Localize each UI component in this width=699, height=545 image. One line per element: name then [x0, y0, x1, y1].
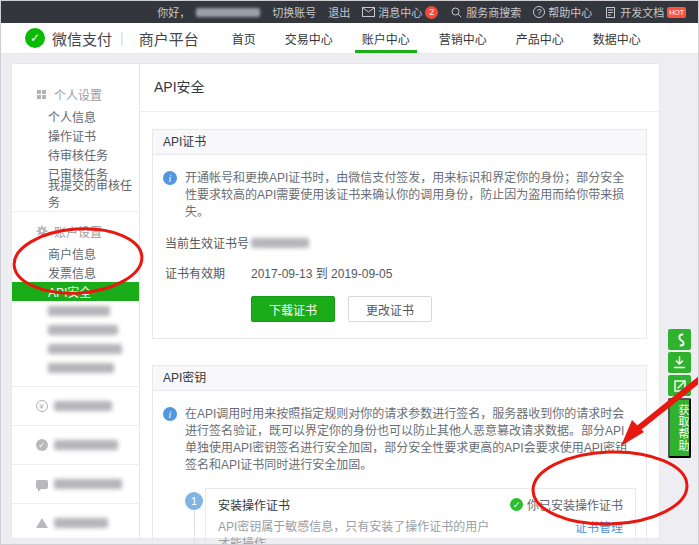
sidebar-divider	[12, 386, 139, 387]
step-1-desc: API密钥属于敏感信息，只有安装了操作证书的用户才能操作	[218, 517, 500, 545]
download-cert-button[interactable]: 下载证书	[251, 296, 335, 322]
sidebar-item-pending-tasks[interactable]: 待审核任务	[12, 145, 139, 164]
hot-badge: HOT	[667, 7, 686, 18]
redacted-text	[54, 440, 118, 450]
sidebar-item-invoice-info[interactable]: 发票信息	[12, 263, 139, 282]
message-center-link[interactable]: 消息中心 2	[362, 4, 438, 20]
cert-validity-row: 证书有效期 2017-09-13 到 2019-09-05	[163, 264, 636, 281]
download-icon[interactable]	[668, 352, 691, 373]
page-title: API安全	[152, 64, 647, 111]
api-key-card: API密钥 i 在API调用时用来按照指定规则对你的请求参数进行签名，服务器收到…	[152, 365, 647, 545]
currency-icon: ¥	[35, 400, 48, 412]
dev-docs-link[interactable]: 开发文档 HOT	[604, 4, 686, 20]
help-center-link[interactable]: ? 帮助中心	[533, 4, 592, 20]
search-icon	[450, 7, 463, 18]
api-cert-card-body: i 开通帐号和更换API证书时，由微信支付签发，用来标识和界定你的身份；部分安全…	[153, 155, 646, 338]
title-divider	[140, 111, 659, 112]
warning-icon	[35, 518, 48, 528]
sidebar-section-verified[interactable]: ✓	[12, 435, 139, 455]
cert-number-row: 当前生效证书号	[163, 234, 636, 251]
sidebar-item-personal-info[interactable]: 个人信息	[12, 107, 139, 126]
account-group: 你好，	[157, 4, 260, 20]
steps: 1 安装操作证书 API密钥属于敏感信息，只有安装了操作证书的用户才能操作 ✓ …	[163, 488, 636, 545]
envelope-icon	[362, 7, 375, 17]
nav-home[interactable]: 首页	[229, 23, 259, 53]
brand-separator: |	[120, 30, 124, 46]
sidebar-item-redacted[interactable]	[12, 339, 139, 358]
floating-toolbar: 获取帮助	[668, 329, 691, 458]
main-nav: 首页 交易中心 账户中心 营销中心 产品中心 数据中心	[229, 23, 644, 53]
cert-installed-status: ✓ 你已安装操作证书	[510, 496, 623, 513]
comment-icon	[35, 480, 48, 489]
step-1-marker: 1	[163, 488, 205, 545]
redacted-text	[54, 518, 108, 528]
get-help-button[interactable]: 获取帮助	[668, 398, 691, 458]
sidebar-section-warning[interactable]	[12, 513, 139, 533]
logout-link[interactable]: 退出	[328, 4, 350, 20]
cert-validity-value: 2017-09-13 到 2019-09-05	[251, 264, 392, 281]
step-1-title: 安装操作证书	[218, 496, 500, 513]
nav-trade-center[interactable]: 交易中心	[282, 23, 336, 53]
sidebar-section-account: 账户设置	[12, 221, 139, 241]
brand[interactable]: ✓ 微信支付 | 商户平台	[25, 28, 199, 49]
sidebar-item-redacted[interactable]	[12, 358, 139, 377]
step-1-box: 安装操作证书 API密钥属于敏感信息，只有安装了操作证书的用户才能操作 ✓ 你已…	[205, 488, 636, 545]
topbar: 你好， 切换账号 退出 消息中心 2 服务商搜索 ? 帮助中心 开发文档	[1, 1, 698, 23]
sidebar-item-merchant-info[interactable]: 商户信息	[12, 244, 139, 263]
sidebar-divider	[12, 464, 139, 465]
api-cert-card: API证书 i 开通帐号和更换API证书时，由微信支付签发，用来标识和界定你的身…	[152, 129, 647, 339]
cert-validity-label: 证书有效期	[165, 264, 251, 281]
phone-icon[interactable]	[668, 329, 691, 350]
check-circle-icon: ✓	[35, 439, 48, 451]
sidebar-divider	[12, 503, 139, 504]
info-icon: i	[163, 407, 177, 421]
nav-product-center[interactable]: 产品中心	[513, 23, 567, 53]
step-1-side: ✓ 你已安装操作证书 证书管理	[510, 496, 623, 545]
redacted-text	[54, 401, 112, 411]
message-count-badge: 2	[425, 6, 438, 19]
change-cert-button[interactable]: 更改证书	[348, 296, 432, 322]
redacted-text	[54, 479, 122, 489]
step-1-main: 安装操作证书 API密钥属于敏感信息，只有安装了操作证书的用户才能操作	[218, 496, 500, 545]
document-icon	[604, 7, 617, 18]
edit-icon[interactable]	[668, 375, 691, 396]
nav-data-center[interactable]: 数据中心	[590, 23, 644, 53]
step-1-number: 1	[185, 492, 203, 510]
cert-manage-link[interactable]: 证书管理	[575, 518, 623, 535]
sidebar-section-funds[interactable]: ¥	[12, 396, 139, 416]
grid-icon	[35, 90, 48, 99]
key-info-text: 在API调用时用来按照指定规则对你的请求参数进行签名，服务器收到你的请求时会进行…	[185, 406, 636, 474]
gear-icon	[35, 225, 48, 237]
wechat-pay-logo-icon: ✓	[25, 28, 45, 48]
cert-info-text: 开通帐号和更换API证书时，由微信支付签发，用来标识和界定你的身份；部分安全性要…	[185, 170, 636, 221]
step-1: 1 安装操作证书 API密钥属于敏感信息，只有安装了操作证书的用户才能操作 ✓ …	[163, 488, 636, 545]
info-icon: i	[163, 171, 177, 185]
main-content: API安全 API证书 i 开通帐号和更换API证书时，由微信支付签发，用来标识…	[140, 63, 660, 539]
sidebar-divider	[12, 425, 139, 426]
sidebar-section-feedback[interactable]	[12, 474, 139, 494]
nav-marketing-center[interactable]: 营销中心	[436, 23, 490, 53]
cert-info-row: i 开通帐号和更换API证书时，由微信支付签发，用来标识和界定你的身份；部分安全…	[163, 170, 636, 221]
greeting-text: 你好，	[157, 4, 190, 20]
cert-buttons: 下载证书 更改证书	[251, 296, 636, 322]
sidebar-item-redacted[interactable]	[12, 301, 139, 320]
portal-name: 商户平台	[139, 28, 199, 49]
account-redacted	[196, 8, 260, 17]
sp-search-link[interactable]: 服务商搜索	[450, 4, 521, 20]
sidebar: 个人设置 个人信息 操作证书 待审核任务 已审核任务 我提交的审核任务 账户设置…	[11, 63, 140, 539]
sidebar-item-api-security[interactable]: API安全	[12, 282, 139, 301]
success-check-icon: ✓	[510, 498, 523, 511]
sidebar-divider	[12, 211, 139, 212]
brand-name: 微信支付	[52, 28, 112, 49]
switch-account-link[interactable]: 切换账号	[272, 4, 316, 20]
cert-number-redacted	[251, 238, 309, 248]
sidebar-item-my-submitted-tasks[interactable]: 我提交的审核任务	[12, 183, 139, 202]
page: 你好， 切换账号 退出 消息中心 2 服务商搜索 ? 帮助中心 开发文档	[0, 0, 699, 545]
cert-number-label: 当前生效证书号	[165, 234, 251, 251]
nav-account-center[interactable]: 账户中心	[359, 23, 413, 53]
api-key-card-body: i 在API调用时用来按照指定规则对你的请求参数进行签名，服务器收到你的请求时会…	[153, 391, 646, 545]
sidebar-item-operation-cert[interactable]: 操作证书	[12, 126, 139, 145]
api-key-card-title: API密钥	[153, 366, 646, 391]
question-icon: ?	[533, 6, 545, 18]
sidebar-item-redacted[interactable]	[12, 320, 139, 339]
